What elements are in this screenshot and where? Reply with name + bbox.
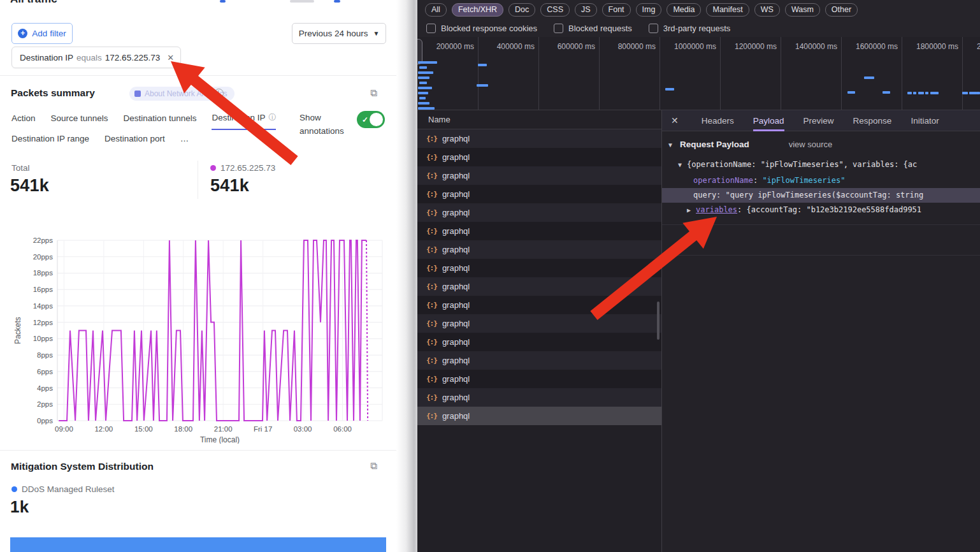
checkbox-box[interactable] (649, 24, 658, 33)
view-source-link[interactable]: view source (789, 140, 833, 149)
checkbox-box[interactable] (554, 24, 563, 33)
close-icon[interactable]: ✕ (671, 115, 679, 126)
waterfall-bar (418, 61, 437, 64)
request-row[interactable]: {:}graphql (417, 240, 661, 259)
detail-tab-headers[interactable]: Headers (702, 110, 734, 131)
detail-tab-bar: ✕ HeadersPayloadPreviewResponseInitiator (661, 110, 980, 131)
filter-pill-doc[interactable]: Doc (508, 3, 535, 17)
request-row[interactable]: {:}graphql (417, 314, 661, 333)
payload-row[interactable]: operationName: "ipFlowTimeseries" (693, 176, 845, 185)
info-icon[interactable]: ⓘ (268, 112, 276, 123)
waterfall-bar (418, 92, 428, 94)
triangle-down-icon[interactable]: ▼ (678, 161, 682, 168)
request-name: graphql (442, 411, 470, 421)
payload-row[interactable]: query: "query ipFlowTimeseries($accountT… (693, 191, 923, 200)
json-fetch-icon: {:} (426, 356, 437, 365)
payload-row[interactable]: ▶variables: {accountTag: "b12e3b2192ee55… (687, 205, 921, 214)
request-payload-section[interactable]: ▼ Request Payload view source (667, 140, 832, 149)
filter-pill-css[interactable]: CSS (540, 3, 570, 17)
network-overview-timeline[interactable]: 200000 ms400000 ms600000 ms800000 ms1000… (417, 37, 980, 110)
name-column-header[interactable]: Name (417, 110, 661, 129)
detail-tab-initiator[interactable]: Initiator (911, 110, 939, 131)
scrollbar-gutter[interactable] (396, 0, 417, 552)
ruler-tick-label: 800000 ms (614, 42, 656, 51)
waterfall-bar (913, 92, 916, 94)
filter-value: 172.65.225.73 (105, 53, 160, 62)
mitigation-legend-label: DDoS Managed Ruleset (22, 484, 115, 494)
checkbox-3rd-party-requests[interactable]: 3rd-party requests (649, 24, 731, 33)
filter-pill-ws[interactable]: WS (754, 3, 780, 17)
json-fetch-icon: {:} (426, 153, 437, 161)
request-row[interactable]: {:}graphql (417, 296, 661, 314)
filter-pill-font[interactable]: Font (602, 3, 631, 17)
payload-row[interactable]: ▼{operationName: "ipFlowTimeseries", var… (678, 160, 917, 169)
popout-icon[interactable]: ⧉ (370, 87, 377, 99)
request-row[interactable]: {:}graphql (417, 203, 661, 222)
svg-text:Fri 17: Fri 17 (254, 425, 272, 433)
request-row[interactable]: {:}graphql (417, 129, 661, 148)
packets-summary-title: Packets summary (11, 87, 95, 99)
filter-pill-wasm[interactable]: Wasm (785, 3, 820, 17)
tab-action[interactable]: Action (11, 112, 36, 130)
name-column-label: Name (428, 115, 450, 124)
overview-drag-handle[interactable] (417, 39, 422, 64)
tab--[interactable]: … (180, 134, 189, 149)
waterfall-bar (962, 92, 968, 94)
request-payload-title: Request Payload (680, 140, 749, 149)
ruler-tick-label: 200000 ms (432, 42, 474, 51)
svg-text:Time (local): Time (local) (200, 435, 240, 444)
tab-label: Action (11, 113, 36, 123)
request-row[interactable]: {:}graphql (417, 166, 661, 185)
tab-source-tunnels[interactable]: Source tunnels (51, 112, 108, 130)
divider (0, 75, 396, 76)
checkbox-blocked-response-cookies[interactable]: Blocked response cookies (426, 24, 537, 33)
ruler-gridline (599, 37, 600, 110)
series-dot (210, 165, 216, 171)
tab-destination-port[interactable]: Destination port (104, 134, 165, 149)
ruler-tick-label: 1000000 ms (674, 42, 716, 51)
svg-text:6pps: 6pps (37, 368, 53, 375)
ruler-tick-label: 1800000 ms (916, 42, 958, 51)
request-row[interactable]: {:}graphql (417, 407, 661, 425)
filter-pill-img[interactable]: Img (636, 3, 662, 17)
request-row[interactable]: {:}graphql (417, 333, 661, 351)
tab-label: Destination IP (212, 113, 265, 122)
request-row[interactable]: {:}graphql (417, 277, 661, 296)
tab-label: … (180, 134, 189, 143)
waterfall-bar (976, 92, 980, 94)
detail-tab-payload[interactable]: Payload (753, 110, 784, 131)
filter-pill-all[interactable]: All (425, 3, 447, 17)
scrollbar-thumb[interactable] (657, 301, 659, 340)
filter-chip[interactable]: Destination IP equals 172.65.225.73 ✕ (11, 47, 181, 68)
payload-value: {accountTag: "b12e3b2192ee5588fdad9951 (747, 205, 922, 214)
show-annotations-toggle[interactable]: ✓ (357, 111, 385, 128)
svg-text:16pps: 16pps (33, 286, 54, 293)
filter-pill-other[interactable]: Other (825, 3, 858, 17)
request-name: graphql (442, 226, 470, 236)
request-row[interactable]: {:}graphql (417, 185, 661, 203)
analytics-panel: All traffic + Add filter Previous 24 hou… (0, 0, 396, 552)
checkbox-blocked-requests[interactable]: Blocked requests (554, 24, 632, 33)
popout-icon[interactable]: ⧉ (370, 460, 377, 472)
triangle-right-icon[interactable]: ▶ (687, 207, 691, 214)
tab-destination-ip-range[interactable]: Destination IP range (11, 134, 89, 149)
request-row[interactable]: {:}graphql (417, 388, 661, 407)
request-row[interactable]: {:}graphql (417, 351, 661, 370)
time-range-dropdown[interactable]: Previous 24 hours ▼ (292, 23, 386, 44)
request-row[interactable]: {:}graphql (417, 222, 661, 240)
filter-pill-fetch-xhr[interactable]: Fetch/XHR (452, 3, 503, 17)
tab-destination-tunnels[interactable]: Destination tunnels (124, 112, 197, 130)
clipped-toolbar-button (290, 0, 314, 3)
filter-pill-media[interactable]: Media (667, 3, 701, 17)
request-row[interactable]: {:}graphql (417, 370, 661, 388)
filter-pill-js[interactable]: JS (575, 3, 597, 17)
remove-filter-icon[interactable]: ✕ (167, 53, 174, 62)
detail-tab-response[interactable]: Response (853, 110, 892, 131)
request-row[interactable]: {:}graphql (417, 148, 661, 166)
detail-tab-preview[interactable]: Preview (803, 110, 834, 131)
request-row[interactable]: {:}graphql (417, 259, 661, 277)
filter-pill-manifest[interactable]: Manifest (706, 3, 749, 17)
checkbox-box[interactable] (426, 24, 436, 33)
add-filter-button[interactable]: + Add filter (11, 23, 73, 44)
tab-destination-ip[interactable]: Destination IPⓘ (212, 112, 276, 130)
